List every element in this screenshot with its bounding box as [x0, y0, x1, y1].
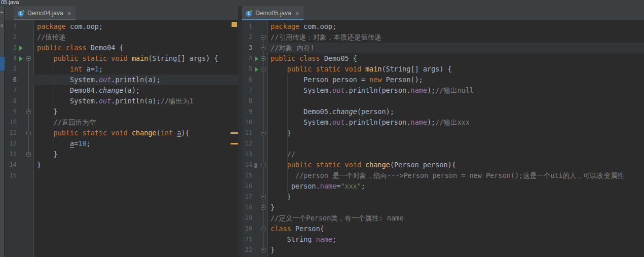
code-text[interactable]: }: [268, 245, 644, 255]
line-number[interactable]: 4: [5, 53, 17, 64]
code-line[interactable]: 12: [242, 138, 644, 149]
close-tab-icon[interactable]: ×: [295, 10, 299, 17]
code-line[interactable]: 13^ }: [5, 149, 238, 160]
code-text[interactable]: package com.oop;: [34, 21, 238, 32]
code-text[interactable]: //对象 内存!: [268, 43, 644, 53]
code-text[interactable]: //引用传递：对象，本质还是值传递: [268, 32, 644, 43]
fold-end-icon[interactable]: ^: [261, 248, 266, 252]
line-number[interactable]: 6: [5, 75, 17, 85]
editor-demo04[interactable]: 1package com.oop;2//值传递3public class Dem…: [5, 20, 238, 257]
code-line[interactable]: 8: [242, 96, 644, 106]
code-text[interactable]: }: [268, 128, 644, 138]
line-number[interactable]: 15: [5, 170, 17, 181]
line-number[interactable]: 16: [242, 181, 252, 192]
fold-collapse-icon[interactable]: −: [26, 131, 31, 135]
code-line[interactable]: 2//值传递: [5, 32, 238, 43]
code-line[interactable]: 3public class Demo04 {: [5, 43, 238, 53]
fold-end-icon[interactable]: ^: [261, 195, 266, 199]
fold-collapse-icon[interactable]: −: [26, 56, 31, 61]
line-number[interactable]: 11: [5, 128, 17, 138]
code-text[interactable]: }: [34, 149, 238, 160]
fold-collapse-icon[interactable]: −: [261, 56, 266, 61]
code-line[interactable]: 6 Person person = new Person();: [242, 75, 644, 85]
tab-demo05[interactable]: C Demo05.java ×: [242, 6, 304, 20]
code-text[interactable]: int a=1;: [34, 64, 238, 75]
line-number[interactable]: 3: [242, 43, 252, 53]
line-number[interactable]: 2: [242, 32, 252, 43]
line-number[interactable]: 18: [242, 202, 252, 213]
code-line[interactable]: 18^}: [242, 202, 644, 213]
code-text[interactable]: //定义一个Person类，有一个属性: name: [268, 213, 644, 224]
gutter-badge-icon[interactable]: @: [254, 160, 257, 170]
line-number[interactable]: 5: [5, 64, 17, 75]
code-text[interactable]: System.out.println(a);//输出为1: [34, 96, 238, 106]
line-number[interactable]: 8: [242, 96, 252, 106]
code-line[interactable]: 19//定义一个Person类，有一个属性: name: [242, 213, 644, 224]
code-text[interactable]: public static void main(String[] args) {: [34, 53, 238, 64]
code-line[interactable]: 8 System.out.println(a);//输出为1: [5, 96, 238, 106]
code-line[interactable]: 13 //: [242, 149, 644, 160]
fold-end-icon[interactable]: ^: [26, 152, 31, 157]
code-text[interactable]: System.out.println(person.name);//输出null: [268, 85, 644, 96]
line-number[interactable]: 4: [242, 53, 252, 64]
line-number[interactable]: 7: [242, 85, 252, 96]
line-number[interactable]: 19: [242, 213, 252, 224]
line-number[interactable]: 15: [242, 170, 252, 181]
code-line[interactable]: 10 //返回值为空: [5, 117, 238, 128]
code-text[interactable]: public class Demo05 {: [268, 53, 644, 64]
fold-end-icon[interactable]: ^: [26, 109, 31, 114]
code-text[interactable]: public static void main(String[] args) {: [268, 64, 644, 75]
close-tab-icon[interactable]: ×: [67, 10, 71, 17]
code-line[interactable]: 14@− public static void change(Person pe…: [242, 160, 644, 170]
code-text[interactable]: String name;: [268, 234, 644, 245]
code-text[interactable]: //值传递: [34, 32, 238, 43]
code-line[interactable]: 7 System.out.println(person.name);//输出nu…: [242, 85, 644, 96]
fold-collapse-icon[interactable]: −: [261, 35, 266, 40]
code-line[interactable]: 6 System.out.println(a);: [5, 75, 238, 85]
code-text[interactable]: }: [34, 106, 238, 117]
fold-collapse-icon[interactable]: −: [261, 163, 266, 167]
line-number[interactable]: 11: [242, 128, 252, 138]
line-number[interactable]: 21: [242, 234, 252, 245]
code-line[interactable]: 5− public static void main(String[] args…: [242, 64, 644, 75]
line-number[interactable]: 12: [242, 138, 252, 149]
code-line[interactable]: 1package com.oop;: [242, 21, 644, 32]
code-line[interactable]: 1package com.oop;: [5, 21, 238, 32]
code-text[interactable]: a=10;: [34, 138, 238, 149]
code-line[interactable]: 3^//对象 内存!: [242, 43, 644, 53]
code-text[interactable]: public static void change(Person person)…: [268, 160, 644, 170]
code-text[interactable]: public class Demo04 {: [34, 43, 238, 53]
line-number[interactable]: 17: [242, 192, 252, 202]
line-number[interactable]: 14: [5, 160, 17, 170]
code-line[interactable]: 11− public static void change(int a){: [5, 128, 238, 138]
code-text[interactable]: person.name="xxx";: [268, 181, 644, 192]
code-line[interactable]: 16 person.name="xxx";: [242, 181, 644, 192]
line-number[interactable]: 9: [242, 106, 252, 117]
code-line[interactable]: 14}: [5, 160, 238, 170]
code-text[interactable]: }: [268, 202, 644, 213]
code-line[interactable]: 4−public class Demo05 {: [242, 53, 644, 64]
warning-stripe-mark[interactable]: [231, 143, 238, 144]
line-number[interactable]: 1: [5, 21, 17, 32]
code-line[interactable]: 4− public static void main(String[] args…: [5, 53, 238, 64]
fold-collapse-icon[interactable]: −: [261, 67, 266, 71]
line-number[interactable]: 22: [242, 245, 252, 255]
code-line[interactable]: 7 Demo04.change(a);: [5, 85, 238, 96]
fold-end-icon[interactable]: ^: [261, 205, 266, 210]
run-arrow-icon[interactable]: [255, 67, 258, 72]
line-number[interactable]: 5: [242, 64, 252, 75]
fold-end-icon[interactable]: ^: [261, 46, 266, 50]
code-line[interactable]: 21 String name;: [242, 234, 644, 245]
code-line[interactable]: 22^}: [242, 245, 644, 255]
code-line[interactable]: 5 int a=1;: [5, 64, 238, 75]
code-text[interactable]: System.out.println(a);: [34, 75, 238, 85]
fold-end-icon[interactable]: ^: [261, 131, 266, 135]
line-number[interactable]: 10: [242, 117, 252, 128]
line-number[interactable]: 14: [242, 160, 252, 170]
run-arrow-icon[interactable]: [19, 56, 23, 61]
code-text[interactable]: //: [268, 149, 644, 160]
code-text[interactable]: public static void change(int a){: [34, 128, 238, 138]
code-line[interactable]: 20−class Person{: [242, 224, 644, 234]
fold-collapse-icon[interactable]: −: [261, 227, 266, 231]
editor-demo05[interactable]: 1package com.oop;2−//引用传递：对象，本质还是值传递3^//…: [242, 20, 644, 257]
